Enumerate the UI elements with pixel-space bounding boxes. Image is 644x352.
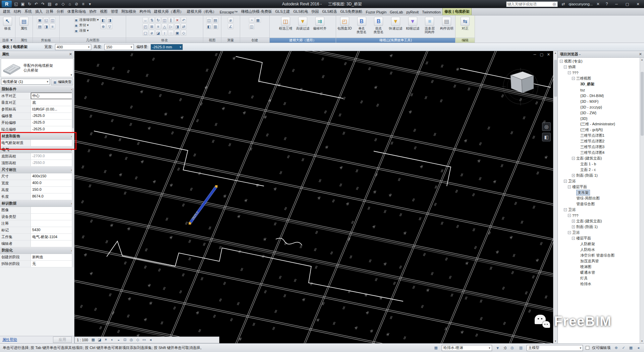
collapse-icon[interactable]: − <box>568 231 571 234</box>
tree-item[interactable]: {3D - ZW} <box>558 110 639 116</box>
scroll-down-icon[interactable]: ▾ <box>555 339 556 343</box>
steering-wheel-icon[interactable]: ◎ <box>542 122 551 131</box>
property-value[interactable] <box>31 140 74 146</box>
close-icon[interactable]: ✕ <box>639 52 642 56</box>
property-value[interactable]: -2700.0 <box>31 153 74 160</box>
help-icon[interactable]: ? <box>603 1 610 7</box>
tab-体量和场地[interactable]: 体量和场地 <box>66 8 88 15</box>
scroll-up-icon[interactable]: ▴ <box>555 51 556 55</box>
print-icon[interactable]: ▤ <box>46 1 53 7</box>
thin-lines-icon[interactable]: ≡ <box>80 1 87 7</box>
tree-item[interactable]: +剖面 (剖面 1) <box>558 224 639 230</box>
tool-icon[interactable]: ⊞ <box>149 24 155 29</box>
tree-item[interactable]: 立面 2 - c <box>558 167 639 173</box>
ribbon-button-fine-filter[interactable]: ▼精细过滤 <box>405 16 421 30</box>
reveal-hidden-icon[interactable]: ◇ <box>135 337 141 343</box>
tool-icon[interactable]: ◱ <box>43 17 49 23</box>
tree-item[interactable]: −视图 (专业) <box>558 58 639 64</box>
collapse-icon[interactable]: − <box>568 214 571 217</box>
tree-item[interactable]: {3D - MXF} <box>558 98 639 104</box>
property-value[interactable]: 150.0 <box>31 187 74 193</box>
collapse-icon[interactable]: − <box>560 60 563 63</box>
tree-item[interactable]: 人防桥架 <box>558 241 639 247</box>
ribbon-button-batch-rename-type[interactable]: B批名 类型名 <box>370 16 387 34</box>
tree-item[interactable]: 暖通水管 <box>558 270 639 275</box>
tree-item[interactable]: 支吊架 <box>558 190 639 195</box>
tree-item[interactable]: {3D - zcczyp} <box>558 104 639 110</box>
tab-GLS精选[interactable]: GLS精选 <box>321 8 339 15</box>
tree-item[interactable]: −协调 <box>558 64 639 70</box>
tab-Fuzor Plugin[interactable]: Fuzor Plugin <box>364 9 388 15</box>
tool-icon[interactable]: ▽ <box>107 24 112 29</box>
tool-icon[interactable]: ⇄ <box>181 24 186 29</box>
tool-icon[interactable]: ▤ <box>37 24 43 29</box>
3d-view-canvas[interactable]: -2625.0 <box>74 51 557 343</box>
tag-icon[interactable]: ◇ <box>60 1 66 7</box>
tool-icon[interactable]: ▣ <box>174 30 180 36</box>
property-value[interactable]: 无 <box>31 261 74 267</box>
properties-scrollbar[interactable] <box>72 86 74 267</box>
tool-icon[interactable]: ◫ <box>206 17 212 23</box>
exchange-icon[interactable]: ⇄ <box>560 1 567 7</box>
tree-item[interactable]: 管道综合图 <box>558 201 639 207</box>
height-combobox[interactable]: 150 ▾ <box>104 44 134 50</box>
property-value[interactable]: -2625.0 <box>31 113 74 119</box>
scroll-up-icon[interactable]: ▴ <box>641 58 643 62</box>
width-combobox[interactable]: 400 ▾ <box>55 44 91 50</box>
tab-建模大师（通用）[interactable]: 建模大师（通用） <box>152 8 185 15</box>
scroll-thumb[interactable] <box>641 72 644 136</box>
tab-Enscape™[interactable]: Enscape™ <box>218 9 239 15</box>
property-value[interactable] <box>31 214 74 220</box>
tool-icon[interactable]: ▢ <box>143 30 148 36</box>
tree-item[interactable]: −楼层平面 <box>558 235 639 241</box>
tree-item[interactable]: −楼层平面 <box>558 184 639 190</box>
tree-item[interactable]: {三维 - gcfj内} <box>558 127 639 133</box>
temporary-hide-icon[interactable]: ◎ <box>129 337 134 343</box>
property-section-header[interactable]: 标识数据▴ <box>0 200 74 207</box>
tab-构件坞[interactable]: 构件坞 <box>138 8 152 15</box>
property-value[interactable]: 400.0 <box>31 180 74 186</box>
collapse-icon[interactable]: − <box>572 157 575 160</box>
ribbon-button-component-info[interactable]: ▤构件说明 <box>438 16 455 30</box>
redo-icon[interactable]: ↷ <box>40 1 46 7</box>
tool-icon[interactable]: ◰ <box>143 24 148 29</box>
ribbon-menu-连接[interactable]: ▣连接 ▾ <box>73 28 100 33</box>
editable-request-icon[interactable]: ⊕ <box>613 346 619 350</box>
view-close-icon[interactable]: ✕ <box>547 52 550 57</box>
tree-item[interactable]: 净空分析 管道综合图 <box>558 253 639 258</box>
search-input[interactable] <box>507 2 551 6</box>
properties-help-link[interactable]: 属性帮助 <box>2 337 17 342</box>
tree-item[interactable]: tsz <box>558 87 639 93</box>
user-account-button[interactable]: qiaocunyong... <box>569 2 593 6</box>
tool-icon[interactable]: ◫ <box>162 17 167 23</box>
property-value[interactable]: 底 <box>31 99 74 106</box>
selection-filter-icon[interactable]: ▼ <box>495 346 501 350</box>
tree-item[interactable]: 三维节点详图4 <box>558 150 639 156</box>
tree-item[interactable]: 立面 1 - b <box>558 161 639 167</box>
tab-视图[interactable]: 视图 <box>98 8 109 15</box>
ribbon-button-advanced-filter[interactable]: ▼高级过滤 <box>294 16 311 30</box>
tool-icon[interactable]: ↻ <box>155 17 161 23</box>
ribbon-button-offset-align[interactable]: ⇉偏移对齐 <box>312 16 328 30</box>
tree-item[interactable]: 3D_桥架 <box>558 81 639 87</box>
shadows-icon[interactable]: ◐ <box>110 337 115 343</box>
property-value[interactable]: 400x150 <box>31 173 74 180</box>
tree-item[interactable]: −卫浴 <box>558 207 639 213</box>
ribbon-menu-连接端切割[interactable]: ▣连接端切割 ▾ <box>73 17 100 22</box>
apply-button[interactable]: 应用 <box>53 337 72 343</box>
editable-only-checkbox[interactable] <box>586 346 589 350</box>
tool-icon[interactable]: ◨ <box>43 24 49 29</box>
show-crop-icon[interactable]: ⊡ <box>122 337 128 343</box>
view-minimize-icon[interactable]: ─ <box>534 52 536 57</box>
scroll-down-icon[interactable]: ▾ <box>641 339 643 343</box>
measure-icon[interactable]: ⌀ <box>53 1 60 7</box>
tree-item[interactable]: 管综-局部出图 <box>558 195 639 201</box>
tab-active-modify-cable-tray[interactable]: 修改 | 电缆桥架 <box>442 8 472 15</box>
property-value[interactable] <box>31 240 74 247</box>
tool-icon[interactable]: ◇ <box>181 30 186 36</box>
tree-item[interactable]: −??? <box>558 213 639 218</box>
collapse-icon[interactable]: − <box>572 77 575 80</box>
tab-系统[interactable]: 系统 <box>23 8 34 15</box>
tool-icon[interactable]: ↶ <box>181 17 186 23</box>
sun-path-icon[interactable]: ☀ <box>103 337 109 343</box>
